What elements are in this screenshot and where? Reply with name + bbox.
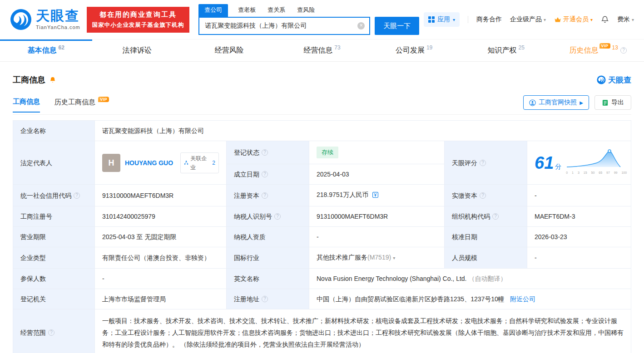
chevron-down-icon: ▾ — [453, 17, 455, 22]
value-business-term: 2025-04-03 至 无固定期限 — [95, 227, 227, 247]
subtab-history-registration[interactable]: 历史工商信息 VIP — [54, 98, 109, 112]
tab-count: 73 — [334, 44, 340, 51]
status-badge: 存续 — [317, 147, 338, 158]
user-menu[interactable]: 费米 ▾ — [617, 15, 634, 24]
help-icon[interactable]: ? — [492, 213, 499, 220]
value-reg-authority: 上海市市场监督管理局 — [95, 289, 227, 309]
tab-count: 62 — [59, 44, 64, 51]
chevron-down-icon[interactable]: ▾ — [393, 255, 395, 260]
tab-label: 公司发展 — [396, 46, 425, 55]
search-tab-boss[interactable]: 查老板 — [238, 4, 256, 17]
tianyancha-logo[interactable]: 天眼查 TianYanCha.com — [10, 9, 80, 30]
watermark-logo: 天眼查 — [597, 75, 631, 85]
chevron-down-icon: ▾ — [632, 17, 634, 22]
help-icon[interactable]: ? — [74, 192, 80, 199]
section-header: 工商信息 天眼查 — [13, 74, 631, 85]
section-actions: 工商官网快照 ▶ 导出 — [523, 95, 631, 114]
nearby-companies-link[interactable]: 附近公司 — [510, 295, 535, 303]
subtab-business-registration[interactable]: 工商信息 — [13, 98, 40, 113]
search-input-wrap: × — [198, 17, 370, 35]
tab-count: 19 — [426, 44, 432, 51]
label-establish-date: 成立日期? — [227, 164, 309, 185]
help-icon[interactable]: ? — [262, 192, 268, 199]
watermark-logo-text: 天眼查 — [608, 75, 631, 85]
crown-icon — [554, 17, 561, 23]
help-icon[interactable]: ? — [262, 296, 268, 302]
cooperation-label: 商务合作 — [476, 15, 502, 24]
related-companies-badge[interactable]: 关联企业 2 — [180, 152, 219, 173]
snapshot-icon — [529, 99, 536, 106]
clear-search-icon[interactable]: × — [357, 22, 365, 29]
apps-grid-icon — [428, 16, 435, 23]
tab-company-development[interactable]: 公司发展 19 — [368, 39, 460, 61]
related-label: 关联企业 — [190, 154, 210, 172]
apps-menu[interactable]: 应用 ▾ — [424, 12, 460, 27]
help-icon[interactable]: ? — [620, 47, 627, 54]
score-value: 61分 — [535, 154, 561, 172]
help-icon[interactable]: ? — [274, 213, 281, 220]
tab-count: 13 — [612, 44, 618, 51]
help-icon[interactable]: ? — [48, 329, 54, 336]
label-industry: 国标行业 — [227, 247, 309, 269]
capital-detail-icon[interactable] — [372, 192, 379, 200]
business-cooperation-link[interactable]: 商务合作 — [476, 15, 502, 24]
value-reg-capital: 218.9751万人民币 — [309, 185, 445, 206]
table-row: 工商注册号 310142400025979 纳税人识别号? 91310000MA… — [13, 206, 631, 227]
related-count: 2 — [212, 158, 215, 167]
official-snapshot-button[interactable]: 工商官网快照 ▶ — [523, 95, 589, 110]
label-credit-code: 统一社会信用代码? — [13, 185, 95, 206]
table-row: 登记机关 上海市市场监督管理局 注册地址? 中国（上海）自由贸易试验区临港新片区… — [13, 289, 631, 309]
table-row: 参保人数 - 英文名称 Nova Fusion Energy Technolog… — [13, 269, 631, 289]
menu-divider — [468, 16, 468, 23]
enterprise-products-menu[interactable]: 企业级产品 ▾ — [510, 15, 546, 24]
value-paid-capital: - — [527, 185, 631, 206]
label-reg-status: 登记状态? — [227, 141, 309, 164]
legal-rep-name-link[interactable]: HOUYANG GUO — [125, 158, 173, 167]
tab-label: 基本信息 — [28, 46, 57, 55]
value-org-code: MAEFT6DM-3 — [527, 206, 631, 227]
legal-rep-avatar[interactable]: H — [102, 154, 120, 172]
tab-basic-info[interactable]: 基本信息 62 — [0, 39, 92, 61]
value-business-scope: 一般项目：技术服务、技术开发、技术咨询、技术交流、技术转让、技术推广；新材料技术… — [95, 309, 631, 353]
help-icon[interactable]: ? — [262, 171, 268, 177]
search-tab-company[interactable]: 查公司 — [198, 4, 228, 17]
value-company-type: 有限责任公司（港澳台投资、非独资） — [95, 247, 227, 269]
apps-label: 应用 — [437, 15, 450, 24]
help-icon[interactable]: ? — [262, 149, 268, 156]
tab-legal-proceedings[interactable]: 法律诉讼 — [92, 39, 184, 61]
label-org-code: 组织机构代码? — [445, 206, 527, 227]
table-row: 营业期限 2025-04-03 至 无固定期限 纳税人资质 - 核准日期 202… — [13, 227, 631, 247]
tab-intellectual-property[interactable]: 知识产权 25 — [460, 39, 552, 61]
tab-history-info[interactable]: 历史信息 VIP 13 ? — [552, 39, 644, 61]
tab-operation-risk[interactable]: 经营风险 — [184, 39, 276, 61]
notifications-button[interactable] — [601, 15, 609, 24]
search-tab-risk[interactable]: 查风险 — [297, 4, 315, 17]
help-icon[interactable]: ? — [480, 160, 486, 166]
brand-banner: 都在用的商业查询工具 国家中小企业发展子基金旗下机构 — [87, 7, 190, 33]
tianyancha-mini-icon — [597, 75, 606, 84]
section-title: 工商信息 — [13, 74, 45, 85]
open-vip-menu[interactable]: 开通会员 ▾ — [554, 15, 593, 24]
table-row: 统一社会信用代码? 91310000MAEFT6DM3R 注册资本? 218.9… — [13, 185, 631, 206]
company-info-table: 企业名称 诺瓦聚变能源科技（上海）有限公司 法定代表人 H HOUYANG GU… — [13, 120, 631, 353]
tab-count: 25 — [519, 44, 525, 51]
logo-name: 天眼查 — [36, 9, 80, 23]
value-staff-size: - — [527, 247, 631, 269]
search-button[interactable]: 天眼一下 — [375, 17, 419, 35]
value-reg-no: 310142400025979 — [95, 206, 227, 227]
label-insured-num: 参保人数 — [13, 269, 95, 289]
score-axis-ticks: 0 1 3 15 50 65 97 99 100 — [566, 168, 627, 177]
label-business-scope: 经营范围? — [13, 309, 95, 353]
help-icon[interactable]: ? — [480, 192, 486, 199]
value-taxpayer-quality: - — [309, 227, 445, 247]
banner-line2: 国家中小企业发展子基金旗下机构 — [92, 21, 184, 29]
label-staff-size: 人员规模 — [445, 247, 527, 269]
search-input[interactable] — [204, 22, 357, 30]
export-button[interactable]: 导出 — [594, 95, 631, 110]
tab-business-info[interactable]: 经营信息 73 — [276, 39, 368, 61]
search-tab-relation[interactable]: 查关系 — [268, 4, 285, 17]
export-label: 导出 — [611, 98, 624, 107]
tab-label: 法律诉讼 — [123, 46, 152, 55]
label-reg-address: 注册地址? — [227, 289, 309, 309]
subscribe-bell-icon[interactable] — [49, 76, 56, 83]
